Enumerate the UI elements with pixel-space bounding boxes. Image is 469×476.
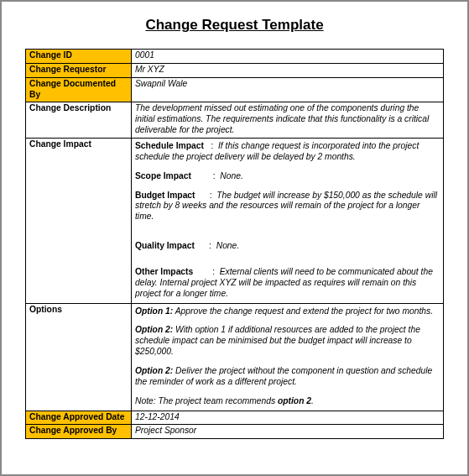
option-1-text: Approve the change request and extend th… — [173, 306, 433, 316]
impact-other: Other Impacts : External clients will ne… — [135, 267, 440, 300]
value-change-approved-by: Project Sponsor — [132, 425, 444, 439]
impact-other-label: Other Impacts — [135, 267, 193, 276]
row-change-documented-by: Change Documented By Swapnil Wale — [26, 77, 444, 102]
row-change-approved-by: Change Approved By Project Sponsor — [26, 425, 444, 439]
label-change-impact: Change Impact — [26, 139, 132, 304]
option-2-text: With option 1 if additional resources ar… — [135, 325, 420, 356]
impact-schedule-label: Schedule Impact — [135, 141, 204, 150]
row-change-description: Change Description The development misse… — [26, 102, 444, 139]
value-change-id: 0001 — [132, 50, 444, 64]
value-change-impact: Schedule Impact : If this change request… — [132, 139, 444, 304]
label-change-approved-by: Change Approved By — [26, 425, 132, 439]
row-change-approved-date: Change Approved Date 12-12-2014 — [26, 411, 444, 425]
value-change-description: The development missed out estimating on… — [132, 102, 444, 139]
impact-schedule: Schedule Impact : If this change request… — [135, 141, 440, 163]
option-3-text: Deliver the project without the componen… — [135, 366, 432, 386]
label-change-id: Change ID — [26, 50, 132, 64]
impact-quality-text: None. — [216, 241, 239, 250]
value-change-approved-date: 12-12-2014 — [132, 411, 444, 425]
impact-budget: Budget Impact : The budget will increase… — [135, 191, 440, 223]
option-2: Option 2: With option 1 if additional re… — [135, 325, 440, 358]
value-change-documented-by: Swapnil Wale — [132, 77, 444, 102]
impact-budget-label: Budget Impact — [135, 191, 195, 200]
value-options: Option 1: Approve the change request and… — [132, 303, 444, 411]
impact-scope-text: None. — [220, 171, 242, 180]
options-note: Note: The project team recommends option… — [135, 396, 440, 407]
label-change-requestor: Change Requestor — [26, 63, 132, 77]
page-title: Change Request Template — [25, 17, 444, 34]
label-options: Options — [26, 303, 132, 411]
change-request-table: Change ID 0001 Change Requestor Mr XYZ C… — [25, 49, 444, 439]
option-1: Option 1: Approve the change request and… — [135, 306, 440, 317]
note-suffix: . — [311, 396, 314, 405]
note-prefix: Note: The project team recommends — [135, 396, 278, 405]
option-3: Option 2: Deliver the project without th… — [135, 366, 440, 388]
impact-quality-label: Quality Impact — [135, 241, 195, 250]
impact-scope: Scope Impact : None. — [135, 171, 440, 182]
option-3-label: Option 2: — [135, 366, 173, 375]
row-change-impact: Change Impact Schedule Impact : If this … — [26, 139, 444, 304]
option-2-label: Option 2: — [135, 325, 173, 334]
document-page: Change Request Template Change ID 0001 C… — [0, 0, 469, 476]
row-change-requestor: Change Requestor Mr XYZ — [26, 63, 444, 77]
impact-scope-label: Scope Impact — [135, 171, 191, 180]
row-options: Options Option 1: Approve the change req… — [26, 303, 444, 411]
label-change-description: Change Description — [26, 102, 132, 139]
row-change-id: Change ID 0001 — [26, 50, 444, 64]
note-bold: option 2 — [278, 396, 311, 405]
option-1-label: Option 1: — [135, 306, 173, 316]
value-change-requestor: Mr XYZ — [132, 63, 444, 77]
impact-quality: Quality Impact : None. — [135, 241, 440, 252]
label-change-documented-by: Change Documented By — [26, 77, 132, 102]
label-change-approved-date: Change Approved Date — [26, 411, 132, 425]
